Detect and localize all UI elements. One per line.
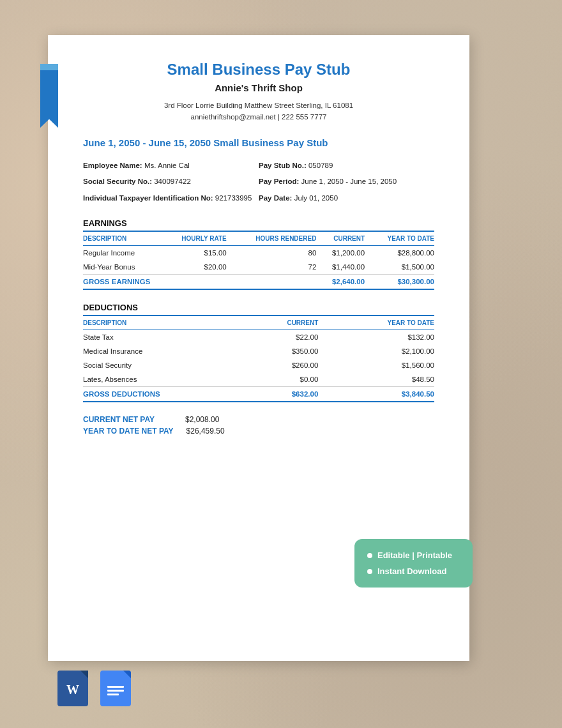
pay-period-line: Pay Period: June 1, 2050 - June 15, 2050 [259, 176, 434, 188]
ssn-line: Social Security No.: 340097422 [83, 176, 259, 188]
table-row: Mid-Year Bonus $20.00 72 $1,440.00 $1,50… [83, 260, 434, 275]
period-title: June 1, 2050 - June 15, 2050 Small Busin… [83, 137, 434, 148]
deductions-table: DESCRIPTION CURRENT YEAR TO DATE State T… [83, 315, 434, 402]
earnings-col-ytd: YEAR TO DATE [365, 231, 434, 246]
earnings-col-hours: HOURS RENDERED [227, 231, 317, 246]
ytd-net-pay-line: YEAR TO DATE NET PAY $26,459.50 [83, 427, 225, 436]
deductions-col-current: CURRENT [241, 315, 319, 330]
pay-date-line: Pay Date: July 01, 2050 [259, 192, 434, 205]
bullet-icon [367, 569, 372, 574]
earnings-section-title: EARNINGS [83, 218, 434, 228]
table-row: Lates, Absences $0.00 $48.50 [83, 372, 434, 387]
bookmark [40, 70, 58, 128]
company-name: Annie's Thrift Shop [83, 82, 434, 93]
word-icon-fold [80, 671, 88, 678]
employee-name-line: Employee Name: Ms. Annie Cal [83, 160, 259, 172]
table-row: Regular Income $15.00 80 $1,200.00 $28,8… [83, 246, 434, 261]
docs-icon-fold [123, 671, 131, 678]
deductions-col-description: DESCRIPTION [83, 315, 241, 330]
deductions-col-ytd: YEAR TO DATE [318, 315, 434, 330]
deductions-section-title: DEDUCTIONS [83, 303, 434, 312]
net-pay-left: CURRENT NET PAY $2,008.00 YEAR TO DATE N… [83, 415, 225, 436]
employee-info: Employee Name: Ms. Annie Cal Pay Stub No… [83, 160, 434, 205]
bullet-icon [367, 553, 372, 558]
table-row: State Tax $22.00 $132.00 [83, 330, 434, 345]
earnings-total-row: GROSS EARNINGS $2,640.00 $30,300.00 [83, 275, 434, 290]
bottom-app-icons: W [57, 671, 133, 709]
earnings-table: DESCRIPTION HOURLY RATE HOURS RENDERED C… [83, 231, 434, 290]
document-title: Small Business Pay Stub [83, 61, 434, 79]
itin-line: Individual Taxpayer Identification No: 9… [83, 192, 259, 205]
company-address: 3rd Floor Lorrie Building Matthew Street… [83, 100, 434, 123]
word-icon[interactable]: W [57, 671, 91, 709]
docs-icon[interactable] [100, 671, 133, 709]
earnings-col-hourly: HOURLY RATE [160, 231, 227, 246]
badge-item-editable: Editable | Printable [367, 550, 460, 560]
table-row: Social Security $260.00 $1,560.00 [83, 358, 434, 372]
document-container: Small Business Pay Stub Annie's Thrift S… [48, 35, 469, 661]
table-row: Medical Insurance $350.00 $2,100.00 [83, 344, 434, 358]
deductions-total-row: GROSS DEDUCTIONS $632.00 $3,840.50 [83, 387, 434, 402]
badge-item-download: Instant Download [367, 566, 460, 576]
current-net-pay-line: CURRENT NET PAY $2,008.00 [83, 415, 225, 424]
earnings-col-description: DESCRIPTION [83, 231, 160, 246]
feature-badge: Editable | Printable Instant Download [354, 539, 473, 588]
stub-no-line: Pay Stub No.: 050789 [259, 160, 434, 172]
earnings-col-current: CURRENT [316, 231, 365, 246]
net-pay-section: CURRENT NET PAY $2,008.00 YEAR TO DATE N… [83, 415, 434, 436]
